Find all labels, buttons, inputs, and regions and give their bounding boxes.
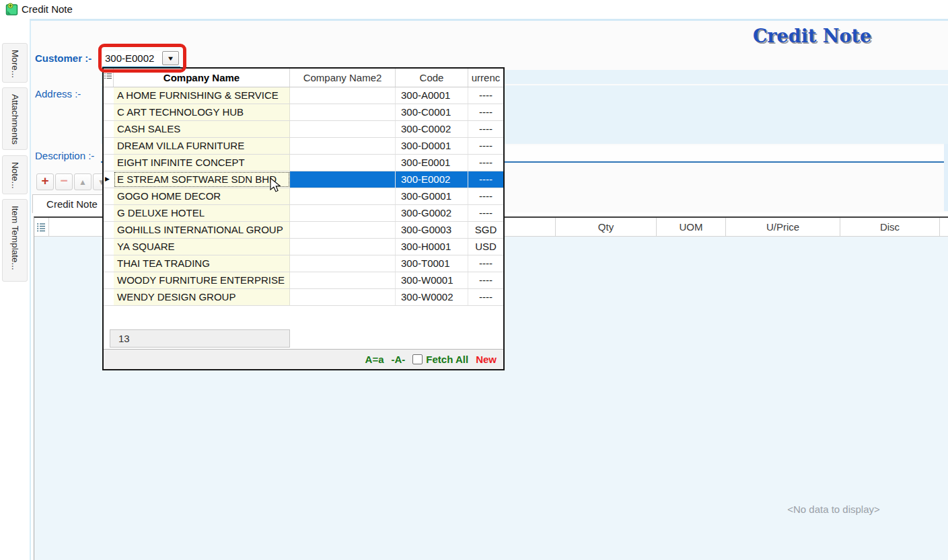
company-name2-cell bbox=[290, 87, 396, 104]
company-name2-cell bbox=[290, 188, 396, 204]
address-label: Address :- bbox=[35, 88, 81, 99]
row-indicator-cell bbox=[104, 272, 114, 288]
company-name2-cell bbox=[290, 171, 396, 188]
company-name-cell: YA SQUARE bbox=[114, 239, 290, 255]
sidebar-tab-label: More... bbox=[10, 50, 20, 82]
code-cell: 300-W0001 bbox=[396, 272, 468, 288]
sidebar: More... Attachments Note... Item Templat… bbox=[0, 19, 30, 560]
minus-icon: − bbox=[60, 173, 67, 188]
customer-lookup-popup: Company Name Company Name2 Code urrenc A… bbox=[102, 67, 505, 370]
company-name2-cell bbox=[290, 155, 396, 171]
company-name-cell: E STREAM SOFTWARE SDN BHD bbox=[114, 171, 290, 188]
company-name2-cell bbox=[290, 239, 396, 255]
fetch-all-label[interactable]: Fetch All bbox=[426, 354, 468, 365]
currency-cell: ---- bbox=[468, 205, 503, 221]
column-header-code[interactable]: Code bbox=[396, 69, 468, 87]
currency-cell: USD bbox=[468, 239, 503, 255]
code-cell: 300-T0001 bbox=[396, 255, 468, 272]
code-cell: 300-W0002 bbox=[396, 289, 468, 305]
currency-cell: ---- bbox=[468, 188, 503, 204]
company-name-cell: A HOME FURNISHING & SERVICE bbox=[114, 87, 290, 104]
annotation-red-box bbox=[98, 44, 186, 73]
lookup-row[interactable]: THAI TEA TRADING300-T0001---- bbox=[104, 255, 503, 272]
row-indicator-cell bbox=[104, 188, 114, 204]
code-cell: 300-C0001 bbox=[396, 104, 468, 120]
company-name2-cell bbox=[290, 255, 396, 272]
lookup-row[interactable]: C ART TECHNOLOGY HUB300-C0001---- bbox=[104, 104, 503, 121]
lookup-row[interactable]: CASH SALES300-C0002---- bbox=[104, 121, 503, 138]
code-cell: 300-E0001 bbox=[396, 155, 468, 171]
match-case-button[interactable]: A=a bbox=[365, 354, 384, 365]
company-name2-cell bbox=[290, 104, 396, 120]
column-header-partial bbox=[940, 218, 948, 236]
sidebar-tab-note[interactable]: Note... bbox=[2, 155, 28, 194]
code-cell: 300-D0001 bbox=[396, 138, 468, 154]
lookup-row[interactable]: G DELUXE HOTEL300-G0002---- bbox=[104, 205, 503, 222]
code-cell: 300-G0003 bbox=[396, 222, 468, 238]
window-titlebar: Credit Note bbox=[0, 0, 948, 19]
row-indicator-cell bbox=[104, 104, 114, 120]
company-name2-cell bbox=[290, 222, 396, 238]
sidebar-tab-attachments[interactable]: Attachments bbox=[2, 87, 28, 150]
new-button[interactable]: New bbox=[476, 354, 497, 365]
company-name-cell: GOHILLS INTERNATIONAL GROUP bbox=[114, 222, 290, 238]
description-scrollbar[interactable] bbox=[944, 144, 948, 211]
currency-cell: ---- bbox=[468, 289, 503, 305]
column-header-qty[interactable]: Qty bbox=[556, 218, 657, 236]
currency-cell: SGD bbox=[468, 222, 503, 238]
company-name-cell: WOODY FURNITURE ENTERPRISE bbox=[114, 272, 290, 288]
move-up-button[interactable]: ▲ bbox=[74, 173, 92, 190]
currency-cell: ---- bbox=[468, 171, 503, 188]
record-count-value: 13 bbox=[118, 333, 130, 344]
sidebar-tab-label: Attachments bbox=[10, 94, 20, 149]
currency-cell: ---- bbox=[468, 138, 503, 154]
company-name-cell: GOGO HOME DECOR bbox=[114, 188, 290, 204]
code-cell: 300-H0001 bbox=[396, 239, 468, 255]
column-header-uom[interactable]: UOM bbox=[657, 218, 726, 236]
add-row-button[interactable]: + bbox=[36, 173, 54, 190]
tab-credit-note[interactable]: Credit Note bbox=[32, 194, 112, 213]
fetch-all-checkbox[interactable] bbox=[412, 354, 423, 364]
description-label: Description :- bbox=[35, 150, 94, 161]
currency-cell: ---- bbox=[468, 255, 503, 272]
column-header-company-name2[interactable]: Company Name2 bbox=[290, 69, 396, 87]
company-name2-cell bbox=[290, 289, 396, 305]
sidebar-tab-more[interactable]: More... bbox=[2, 43, 28, 83]
code-cell: 300-G0001 bbox=[396, 188, 468, 204]
lookup-row[interactable]: WENDY DESIGN GROUP300-W0002---- bbox=[104, 289, 503, 306]
row-indicator-cell bbox=[104, 155, 114, 171]
company-name-cell: C ART TECHNOLOGY HUB bbox=[114, 104, 290, 120]
lookup-row[interactable]: YA SQUARE300-H0001USD bbox=[104, 239, 503, 255]
row-indicator-cell bbox=[104, 87, 114, 104]
lookup-row[interactable]: EIGHT INFINITE CONCEPT300-E0001---- bbox=[104, 155, 503, 171]
company-name-cell: G DELUXE HOTEL bbox=[114, 205, 290, 221]
column-header-currency[interactable]: urrenc bbox=[468, 69, 503, 87]
lookup-row[interactable]: WOODY FURNITURE ENTERPRISE300-W0001---- bbox=[104, 272, 503, 289]
column-header-uprice[interactable]: U/Price bbox=[726, 218, 840, 236]
lookup-footer: A=a -A- Fetch All New bbox=[104, 349, 503, 369]
row-indicator-cell bbox=[104, 255, 114, 272]
lookup-row[interactable]: A HOME FURNISHING & SERVICE300-A0001---- bbox=[104, 87, 503, 104]
currency-cell: ---- bbox=[468, 87, 503, 104]
lookup-row[interactable]: GOGO HOME DECOR300-G0001---- bbox=[104, 188, 503, 205]
company-name2-cell bbox=[290, 272, 396, 288]
row-indicator-cell bbox=[104, 239, 114, 255]
column-header-disc[interactable]: Disc bbox=[840, 218, 940, 236]
remove-row-button[interactable]: − bbox=[55, 173, 73, 190]
grid-customize-button[interactable] bbox=[34, 218, 49, 236]
company-name-cell: WENDY DESIGN GROUP bbox=[114, 289, 290, 305]
contains-button[interactable]: -A- bbox=[392, 354, 406, 365]
customer-label: Customer :- bbox=[35, 52, 92, 64]
code-cell: 300-A0001 bbox=[396, 87, 468, 104]
lookup-row[interactable]: DREAM VILLA FURNITURE300-D0001---- bbox=[104, 138, 503, 155]
company-name2-cell bbox=[290, 138, 396, 154]
selected-row-arrow-icon: ▶ bbox=[105, 176, 110, 182]
company-name-cell: EIGHT INFINITE CONCEPT bbox=[114, 155, 290, 171]
plus-icon: + bbox=[41, 173, 48, 188]
credit-note-icon bbox=[5, 3, 19, 16]
lookup-row[interactable]: GOHILLS INTERNATIONAL GROUP300-G0003SGD bbox=[104, 222, 503, 239]
company-name2-cell bbox=[290, 121, 396, 137]
lookup-row[interactable]: ▶E STREAM SOFTWARE SDN BHD300-E0002---- bbox=[104, 171, 503, 188]
company-name-cell: DREAM VILLA FURNITURE bbox=[114, 138, 290, 154]
sidebar-tab-item-template[interactable]: Item Template... bbox=[2, 199, 28, 282]
